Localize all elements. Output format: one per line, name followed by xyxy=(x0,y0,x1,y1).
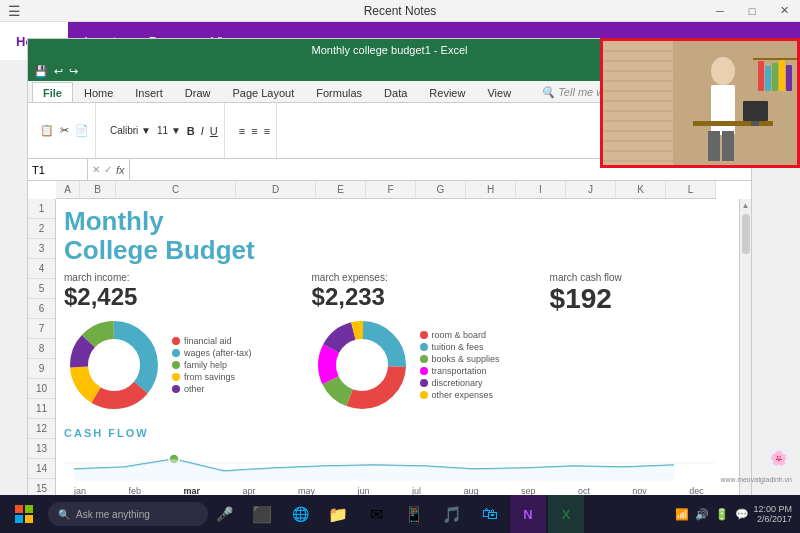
cashflow-line-chart xyxy=(64,441,714,486)
excel-tab-data[interactable]: Data xyxy=(373,82,418,102)
save-icon[interactable]: 💾 xyxy=(34,65,48,78)
row-9: 9 xyxy=(28,359,55,379)
legend-dot-books xyxy=(420,355,428,363)
cut-icon[interactable]: ✂ xyxy=(60,124,69,137)
svg-rect-45 xyxy=(25,505,33,513)
redo-icon[interactable]: ↪ xyxy=(69,65,78,78)
income-donut xyxy=(64,315,164,415)
align-left-icon[interactable]: ≡ xyxy=(239,125,245,137)
svg-rect-16 xyxy=(603,41,673,165)
legend-other-expenses: other expenses xyxy=(420,390,500,400)
svg-point-12 xyxy=(340,343,384,387)
row-5: 5 xyxy=(28,279,55,299)
taskbar-search-box[interactable]: 🔍 Ask me anything xyxy=(48,502,208,526)
legend-dot-financial-aid xyxy=(172,337,180,345)
store-btn[interactable]: 🛍 xyxy=(472,495,508,533)
close-button[interactable]: ✕ xyxy=(768,0,800,21)
formula-cancel-icon[interactable]: ✕ xyxy=(92,164,100,175)
formula-confirm-icon[interactable]: ✓ xyxy=(104,164,112,175)
minimize-button[interactable]: ─ xyxy=(704,0,736,21)
expenses-donut xyxy=(312,315,412,415)
svg-rect-36 xyxy=(758,61,764,91)
file-explorer-btn[interactable]: 📁 xyxy=(320,495,356,533)
battery-icon[interactable]: 🔋 xyxy=(715,508,729,521)
title-bar: ☰ Recent Notes ─ □ ✕ xyxy=(0,0,800,22)
spreadsheet-content[interactable]: Monthly College Budget march income: $2,… xyxy=(56,199,739,533)
mail-btn[interactable]: ✉ xyxy=(358,495,394,533)
legend-dot-family xyxy=(172,361,180,369)
start-button[interactable] xyxy=(0,495,48,533)
svg-rect-44 xyxy=(15,505,23,513)
legend-dot-room xyxy=(420,331,428,339)
phone-btn[interactable]: 📱 xyxy=(396,495,432,533)
excel-tab-review[interactable]: Review xyxy=(418,82,476,102)
taskbar: 🔍 Ask me anything 🎤 ⬛ 🌐 📁 ✉ 📱 🎵 🛍 N X 📶 … xyxy=(0,495,800,533)
volume-icon[interactable]: 🔊 xyxy=(695,508,709,521)
font-size-selector[interactable]: 11 ▼ xyxy=(157,125,181,136)
income-label: march income: xyxy=(64,272,252,283)
excel-tab-file[interactable]: File xyxy=(32,82,73,102)
excel-tab-page-layout[interactable]: Page Layout xyxy=(221,82,305,102)
cortana-button[interactable]: 🎤 xyxy=(208,495,240,533)
legend-wages: wages (after-tax) xyxy=(172,348,252,358)
legend-dot-savings xyxy=(172,373,180,381)
underline-btn[interactable]: U xyxy=(210,125,218,137)
align-center-icon[interactable]: ≡ xyxy=(251,125,257,137)
legend-transport: transportation xyxy=(420,366,500,376)
window-title: Recent Notes xyxy=(364,4,437,18)
col-header-d: D xyxy=(236,181,316,198)
italic-btn[interactable]: I xyxy=(201,125,204,137)
font-selector[interactable]: Calibri ▼ xyxy=(110,125,151,136)
legend-savings: from savings xyxy=(172,372,252,382)
cashflow-march-value: $192 xyxy=(550,283,622,315)
excel-tab-formulas[interactable]: Formulas xyxy=(305,82,373,102)
svg-rect-35 xyxy=(751,121,759,126)
notification-icon[interactable]: 💬 xyxy=(735,508,749,521)
undo-icon[interactable]: ↩ xyxy=(54,65,63,78)
formula-fx-icon[interactable]: fx xyxy=(116,164,125,176)
legend-tuition: tuition & fees xyxy=(420,342,500,352)
cell-reference[interactable]: T1 xyxy=(28,159,88,180)
taskbar-datetime: 12:00 PM 2/6/2017 xyxy=(753,504,792,524)
excel-tab-view[interactable]: View xyxy=(476,82,522,102)
excel-tab-draw[interactable]: Draw xyxy=(174,82,222,102)
budget-title-block: Monthly College Budget xyxy=(64,207,731,264)
ribbon-group-clipboard: 📋 ✂ 📄 xyxy=(34,103,96,158)
maximize-button[interactable]: □ xyxy=(736,0,768,21)
copy-icon[interactable]: 📄 xyxy=(75,124,89,137)
hamburger-icon[interactable]: ☰ xyxy=(8,3,21,19)
bold-btn[interactable]: B xyxy=(187,125,195,137)
income-value: $2,425 xyxy=(64,283,252,311)
search-icon: 🔍 xyxy=(58,509,70,520)
excel-window-title: Monthly college budget1 - Excel xyxy=(312,44,468,56)
spreadsheet-area: A B C D E F G H I J K L 1 2 3 4 5 xyxy=(28,181,751,533)
cashflow-march-label: march cash flow xyxy=(550,272,622,283)
scrollbar-thumb-vertical[interactable] xyxy=(742,214,750,254)
expenses-legend: room & board tuition & fees books & supp… xyxy=(420,330,500,400)
column-headers: A B C D E F G H I J K L xyxy=(56,181,751,199)
col-header-j: J xyxy=(566,181,616,198)
excel-taskbar-btn[interactable]: X xyxy=(548,495,584,533)
spreadsheet-main: 1 2 3 4 5 6 7 8 9 10 11 12 13 14 15 16 1… xyxy=(28,199,751,533)
ribbon-group-font: Calibri ▼ 11 ▼ B I U xyxy=(104,103,225,158)
window-controls: ─ □ ✕ xyxy=(704,0,800,21)
watermark: 🌸 www.meovatgiadinh.vn xyxy=(720,444,792,483)
task-view-btn[interactable]: ⬛ xyxy=(244,495,280,533)
svg-rect-47 xyxy=(25,515,33,523)
svg-text:🌸: 🌸 xyxy=(770,450,788,467)
music-btn[interactable]: 🎵 xyxy=(434,495,470,533)
network-icon[interactable]: 📶 xyxy=(675,508,689,521)
legend-dot-other-income xyxy=(172,385,180,393)
expenses-chart: room & board tuition & fees books & supp… xyxy=(312,315,500,415)
align-right-icon[interactable]: ≡ xyxy=(264,125,270,137)
excel-tab-insert[interactable]: Insert xyxy=(124,82,174,102)
svg-rect-37 xyxy=(765,66,771,91)
onenote-taskbar-btn[interactable]: N xyxy=(510,495,546,533)
legend-family: family help xyxy=(172,360,252,370)
excel-tab-home[interactable]: Home xyxy=(73,82,124,102)
paste-icon[interactable]: 📋 xyxy=(40,124,54,137)
svg-rect-40 xyxy=(786,65,792,91)
col-header-c: C xyxy=(116,181,236,198)
legend-other-income: other xyxy=(172,384,252,394)
edge-btn[interactable]: 🌐 xyxy=(282,495,318,533)
